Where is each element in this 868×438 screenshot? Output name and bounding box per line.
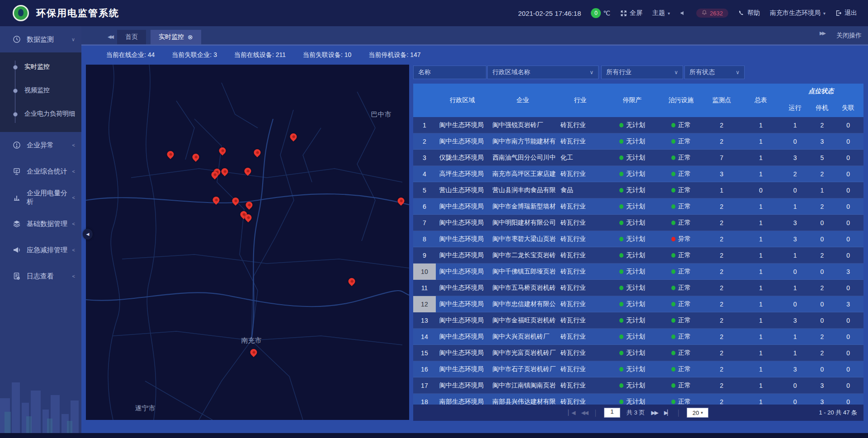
- theme-dropdown[interactable]: 主题 ▾: [652, 9, 670, 17]
- table-row[interactable]: 1阆中生态环境局阆中强锐页岩砖厂砖瓦行业无计划正常21120: [413, 117, 863, 133]
- cell-region: 阆中生态环境局: [436, 345, 489, 361]
- industry-select[interactable]: 所有行业∨: [601, 66, 683, 79]
- alert-circle-icon: [13, 141, 21, 149]
- map[interactable]: 巴中市南充市遂宁市: [86, 65, 409, 420]
- name-search-input[interactable]: 名称: [413, 66, 486, 79]
- help-label: 帮助: [747, 9, 760, 17]
- cell-running: 0: [780, 133, 811, 150]
- org-dropdown[interactable]: 南充市生态环境局 ▾: [770, 9, 826, 17]
- cell-region: 阆中生态环境局: [436, 264, 489, 280]
- row-number: 13: [413, 312, 436, 329]
- status-dot: [619, 172, 623, 176]
- col-header-limit-production[interactable]: 停限产: [604, 84, 660, 117]
- table-row[interactable]: 3仪陇生态环境局西南油气田分公司川中化工无计划正常71350: [413, 150, 863, 166]
- col-header-running[interactable]: 运行: [780, 99, 811, 117]
- cell-industry: 砖瓦行业: [557, 394, 604, 405]
- sidebar-item-power-load-detail[interactable]: 企业电力负荷明细: [0, 102, 81, 126]
- app-logo: [13, 5, 29, 21]
- page-number-input[interactable]: 1: [604, 408, 620, 418]
- table-row[interactable]: 11阆中生态环境局阆中市五马桥页岩机砖砖瓦行业无计划正常21120: [413, 280, 863, 296]
- cell-stopped: 3: [810, 377, 834, 394]
- table-row[interactable]: 5营山生态环境局营山县润丰肉食品有限食品无计划正常10010: [413, 182, 863, 198]
- cell-region: 阆中生态环境局: [436, 377, 489, 394]
- sidebar-item-data-monitoring[interactable]: 数据监测 ∨: [0, 26, 81, 52]
- sidebar-item-log-view[interactable]: 日志查看 <: [0, 263, 81, 289]
- logout-button[interactable]: 退出: [835, 9, 857, 17]
- app-header: 环保用电监管系统 2021-02-25 17:46:18 0 ℃ 全屏 主题 ▾…: [0, 0, 868, 26]
- map-collapse-button[interactable]: ◀: [83, 229, 93, 240]
- tabs-scroll-left-icon[interactable]: ◀◀: [108, 34, 113, 40]
- cell-stopped: 3: [810, 133, 834, 150]
- cell-company: 阆中强锐页岩砖厂: [489, 117, 557, 133]
- col-group-point-status: 点位状态 运行 停机 失联: [780, 84, 863, 117]
- col-header-lost[interactable]: 失联: [834, 99, 863, 117]
- cell-industry: 砖瓦行业: [557, 280, 604, 296]
- table-row[interactable]: 18南部生态环境局南部县兴伟达建材有限砖瓦行业无计划正常21030: [413, 394, 863, 405]
- table-row[interactable]: 13阆中生态环境局阆中市金福旺页岩机砖砖瓦行业无计划正常21300: [413, 312, 863, 329]
- stat-label: 当前在线企业:: [106, 51, 148, 58]
- cell-facility-status: 正常: [661, 361, 702, 377]
- col-header-pollution-facility[interactable]: 治污设施: [661, 84, 702, 117]
- table-row[interactable]: 7阆中生态环境局阆中明阳建材有限公司砖瓦行业无计划正常21300: [413, 215, 863, 231]
- datetime: 2021-02-25 17:46:18: [518, 9, 581, 17]
- next-page-icon[interactable]: ▶▶: [651, 410, 657, 416]
- status-dot: [619, 334, 623, 339]
- last-page-icon[interactable]: ▶▏: [664, 410, 670, 416]
- cell-monitor-points: 2: [701, 394, 742, 405]
- sidebar-item-emergency-reduction[interactable]: 应急减排管理 <: [0, 237, 81, 263]
- page-size-select[interactable]: 20 ▾: [687, 408, 708, 418]
- cell-limit-status: 无计划: [604, 361, 660, 377]
- table-row[interactable]: 12阆中生态环境局阆中市忠信建材有限公砖瓦行业无计划正常21003: [413, 296, 863, 312]
- table-row[interactable]: 15阆中生态环境局阆中市光富页岩机砖厂砖瓦行业无计划正常21120: [413, 345, 863, 361]
- table-row[interactable]: 2阆中生态环境局阆中市南方节能建材有砖瓦行业无计划正常21030: [413, 133, 863, 150]
- sound-toggle[interactable]: [680, 10, 686, 16]
- cell-limit-status: 无计划: [604, 377, 660, 394]
- table-row[interactable]: 14阆中生态环境局阆中大兴页岩机砖厂砖瓦行业无计划正常21120: [413, 329, 863, 345]
- status-dot: [619, 367, 623, 372]
- col-header-stopped[interactable]: 停机: [810, 99, 834, 117]
- logout-label: 退出: [844, 9, 857, 17]
- table-row[interactable]: 9阆中生态环境局阆中市二龙长宝页岩砖砖瓦行业无计划正常21120: [413, 247, 863, 264]
- col-header-industry[interactable]: 行业: [557, 84, 604, 117]
- app-title: 环保用电监管系统: [36, 7, 119, 19]
- status-dot: [671, 221, 675, 225]
- col-header-monitor-points[interactable]: 监测点: [701, 84, 742, 117]
- notification-badge[interactable]: 2632: [696, 9, 728, 18]
- fullscreen-button[interactable]: 全屏: [620, 9, 642, 17]
- help-button[interactable]: 帮助: [738, 9, 760, 17]
- sidebar-item-enterprise-statistics[interactable]: 企业综合统计 <: [0, 158, 81, 184]
- stat-offline-companies: 当前失联企业: 3: [172, 51, 217, 59]
- col-header-total-meters[interactable]: 总表: [742, 84, 780, 117]
- submenu-data-monitoring: 实时监控 视频监控 企业电力负荷明细: [0, 52, 81, 132]
- table-row[interactable]: 17阆中生态环境局阆中市江南镇阆南页岩砖瓦行业无计划正常21030: [413, 377, 863, 394]
- table-row[interactable]: 6阆中生态环境局阆中市金博瑞新型墙材砖瓦行业无计划正常21120: [413, 198, 863, 215]
- col-header-region[interactable]: 行政区域: [436, 84, 489, 117]
- cell-facility-status: 异常: [661, 231, 702, 247]
- tab-realtime-monitoring[interactable]: 实时监控 ⊗: [151, 30, 201, 44]
- close-operations-button[interactable]: 关闭操作: [836, 32, 862, 40]
- sidebar-item-power-analysis[interactable]: 企业用电量分析 <: [0, 184, 81, 211]
- tab-home[interactable]: 首页: [117, 30, 146, 44]
- sidebar-item-realtime-monitoring[interactable]: 实时监控: [0, 55, 81, 79]
- prev-page-icon[interactable]: ◀◀: [581, 410, 587, 416]
- status-dot: [619, 351, 623, 355]
- cell-total-meters: 1: [742, 329, 780, 345]
- tabs-scroll-right-icon[interactable]: ▶▶: [820, 30, 825, 36]
- status-select[interactable]: 所有状态∨: [684, 66, 745, 79]
- region-select[interactable]: 行政区域名称∨: [487, 66, 599, 79]
- table-row[interactable]: 10阆中生态环境局阆中千佛镇五郎垭页岩砖瓦行业无计划正常21003: [413, 264, 863, 280]
- sidebar-item-video-monitoring[interactable]: 视频监控: [0, 79, 81, 102]
- table-row[interactable]: 4高坪生态环境局南充市高坪区王家店建砖瓦行业无计划正常31220: [413, 166, 863, 182]
- cell-running: 3: [780, 231, 811, 247]
- cell-stopped: 2: [810, 345, 834, 361]
- sidebar-item-basic-data[interactable]: 基础数据管理 <: [0, 211, 81, 237]
- chevron-down-icon: ▾: [668, 11, 670, 16]
- first-page-icon[interactable]: ▏◀: [568, 410, 575, 416]
- sidebar-item-enterprise-abnormal[interactable]: 企业异常 <: [0, 132, 81, 158]
- table-row[interactable]: 8阆中生态环境局阆中市枣碧大梁山页岩砖瓦行业无计划异常21300: [413, 231, 863, 247]
- chevron-down-icon: ∨: [71, 37, 75, 42]
- row-number: 17: [413, 377, 436, 394]
- col-header-company[interactable]: 企业: [489, 84, 557, 117]
- table-row[interactable]: 16阆中生态环境局阆中市石子页岩机砖厂砖瓦行业无计划正常21300: [413, 361, 863, 377]
- close-tab-icon[interactable]: ⊗: [188, 33, 193, 41]
